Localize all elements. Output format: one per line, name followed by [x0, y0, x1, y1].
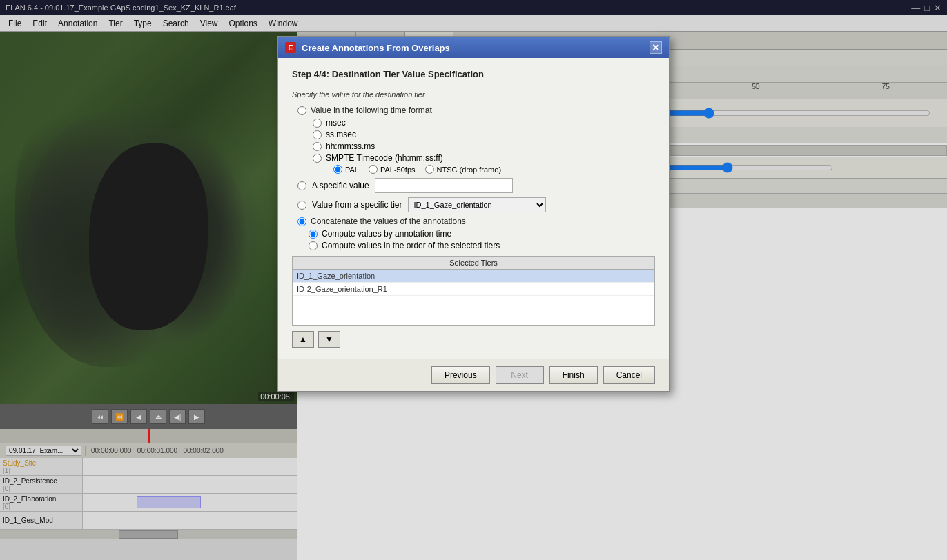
title-bar: ELAN 6.4 - 09.01.17_Example GApS coding1… — [0, 0, 947, 15]
next-button[interactable]: Next — [496, 366, 544, 384]
radio-hh-mm-ss-ms[interactable] — [313, 142, 322, 151]
sub-radio-smpte-row: SMPTE Timecode (hh:mm:ss:ff) — [313, 153, 655, 163]
radio-pal-50fps[interactable] — [369, 165, 378, 174]
minimize-button[interactable]: — — [911, 3, 920, 13]
label-hh-mm-ss-ms[interactable]: hh:mm:ss.ms — [326, 141, 375, 151]
label-pal[interactable]: PAL — [345, 166, 359, 174]
radio-pal[interactable] — [333, 165, 342, 174]
sub-radio-hhmmssms-row: hh:mm:ss.ms — [313, 141, 655, 151]
radio-time-format[interactable] — [297, 106, 306, 115]
radio-smpte[interactable] — [313, 154, 322, 163]
option-concatenate-section: Concatenate the values of the annotation… — [292, 217, 655, 348]
label-ssmsec[interactable]: ss.msec — [326, 130, 356, 139]
finish-button[interactable]: Finish — [549, 366, 598, 384]
label-time-format[interactable]: Value in the following time format — [311, 106, 432, 115]
tier-table-row-0[interactable]: ID_1_Gaze_orientation — [293, 270, 654, 283]
radio-specific-value[interactable] — [297, 181, 306, 190]
sub-radio-msec-row: msec — [313, 118, 655, 128]
sub-radio-by-time-row: Compute values by annotation time — [309, 229, 655, 239]
selected-tiers-body: ID_1_Gaze_orientation ID-2_Gaze_orientat… — [293, 270, 654, 325]
selected-tiers-table: Selected Tiers ID_1_Gaze_orientation ID-… — [292, 256, 655, 326]
radio-msec[interactable] — [313, 119, 322, 128]
pal-options-row: PAL PAL-50fps NTSC (drop frame) — [313, 165, 655, 174]
label-specific-value[interactable]: A specific value — [312, 181, 369, 190]
move-up-button[interactable]: ▲ — [292, 331, 314, 348]
window-controls[interactable]: — □ ✕ — [911, 3, 941, 13]
dialog-titlebar-left: E Create Annotations From Overlaps — [285, 42, 450, 53]
app-title: ELAN 6.4 - 09.01.17_Example GApS coding1… — [6, 3, 236, 12]
radio-compute-by-time[interactable] — [309, 230, 318, 239]
specific-value-input[interactable] — [375, 178, 513, 193]
label-from-tier[interactable]: Value from a specific tier — [312, 200, 402, 210]
dialog-titlebar: E Create Annotations From Overlaps ✕ — [278, 37, 669, 58]
option-time-format-row: Value in the following time format — [292, 106, 655, 115]
label-compute-by-order[interactable]: Compute values in the order of the selec… — [322, 241, 500, 250]
sub-radio-by-order-row: Compute values in the order of the selec… — [309, 241, 655, 250]
cancel-button[interactable]: Cancel — [603, 366, 655, 384]
option-specific-value-row: A specific value — [292, 178, 655, 193]
selected-tiers-header: Selected Tiers — [293, 257, 654, 270]
dialog-close-button[interactable]: ✕ — [650, 41, 662, 54]
dialog-app-icon: E — [285, 42, 296, 53]
dialog-footer: Previous Next Finish Cancel — [278, 359, 669, 391]
radio-compute-by-order[interactable] — [309, 241, 318, 250]
radio-ntsc[interactable] — [425, 165, 434, 174]
dialog-title: Create Annotations From Overlaps — [302, 43, 450, 53]
label-pal-50fps[interactable]: PAL-50fps — [380, 166, 416, 174]
dialog-body: Step 4/4: Destination Tier Value Specifi… — [278, 58, 669, 359]
up-down-buttons: ▲ ▼ — [292, 331, 655, 348]
pal-option-pal50: PAL-50fps — [369, 165, 416, 174]
dialog-overlay: E Create Annotations From Overlaps ✕ Ste… — [0, 15, 947, 560]
label-msec[interactable]: msec — [326, 118, 346, 128]
label-smpte[interactable]: SMPTE Timecode (hh:mm:ss:ff) — [326, 153, 443, 163]
tier-table-row-1[interactable]: ID-2_Gaze_orientation_R1 — [293, 283, 654, 296]
dialog-section-label: Specify the value for the destination ti… — [292, 90, 655, 99]
radio-ssmsec[interactable] — [313, 130, 322, 139]
option-from-tier-row: Value from a specific tier ID_1_Gaze_ori… — [292, 197, 655, 212]
dialog-step-label: Step 4/4: Destination Tier Value Specifi… — [292, 69, 655, 79]
option-time-format-group: Value in the following time format msec … — [292, 106, 655, 174]
pal-option-ntsc: NTSC (drop frame) — [425, 165, 502, 174]
label-compute-by-time[interactable]: Compute values by annotation time — [322, 229, 451, 239]
previous-button[interactable]: Previous — [431, 366, 490, 384]
label-ntsc[interactable]: NTSC (drop frame) — [437, 166, 502, 174]
sub-radio-ssmsec-row: ss.msec — [313, 130, 655, 139]
maximize-button[interactable]: □ — [924, 3, 930, 13]
pal-option-pal: PAL — [333, 165, 359, 174]
radio-concatenate[interactable] — [297, 217, 306, 226]
label-concatenate[interactable]: Concatenate the values of the annotation… — [311, 217, 466, 226]
move-down-button[interactable]: ▼ — [318, 331, 340, 348]
close-button[interactable]: ✕ — [934, 3, 941, 13]
create-annotations-dialog: E Create Annotations From Overlaps ✕ Ste… — [277, 36, 670, 392]
sub-radio-time-group: msec ss.msec hh:mm:ss.ms SMPTE Timecode … — [292, 118, 655, 174]
concat-sub-options: Compute values by annotation time Comput… — [292, 229, 655, 250]
option-concatenate-row: Concatenate the values of the annotation… — [292, 217, 655, 226]
tier-select-dropdown[interactable]: ID_1_Gaze_orientation — [408, 197, 546, 212]
radio-from-tier[interactable] — [297, 201, 306, 210]
